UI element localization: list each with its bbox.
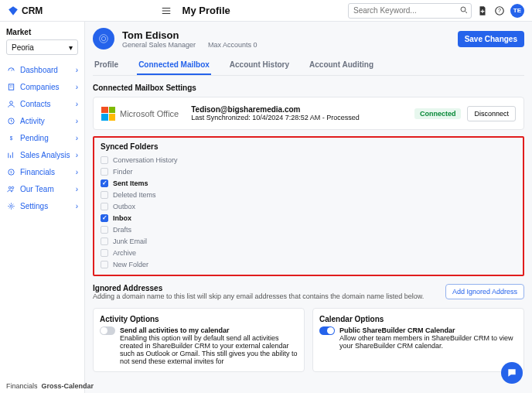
diamond-icon (8, 5, 19, 16)
folder-checkbox[interactable] (101, 203, 108, 210)
svg-point-13 (101, 36, 105, 40)
sidebar-item-contacts[interactable]: Contacts› (6, 95, 78, 112)
footer-breadcrumb: Financials Gross-Calendar (6, 382, 94, 390)
chevron-down-icon: ▾ (69, 43, 73, 52)
add-ignored-button[interactable]: Add Ignored Address (445, 284, 524, 299)
connected-badge: Connected (414, 108, 462, 119)
folder-label: Junk Email (113, 238, 147, 245)
calendar-toggle[interactable] (319, 326, 335, 335)
profile-role: General Sales Manager (122, 41, 196, 49)
sidebar-item-settings[interactable]: Settings› (6, 197, 78, 214)
svg-text:$: $ (9, 135, 12, 140)
folder-row: ✓Inbox (101, 212, 517, 224)
mailbox-sync-line: Last Synchronized: 10/4/2024 7:28:52 AM … (191, 114, 360, 121)
folder-checkbox[interactable] (101, 191, 108, 199)
sidebar-item-label: Our Team (20, 185, 54, 193)
search-input[interactable] (348, 3, 472, 19)
market-select[interactable]: Peoria ▾ (6, 39, 78, 55)
help-icon[interactable]: ? (493, 5, 506, 17)
profile-max-accounts: Max Accounts 0 (208, 41, 257, 49)
mailbox-section-title: Connected Mailbox Settings (93, 84, 524, 92)
svg-point-0 (461, 7, 466, 12)
brand-logo: CRM (8, 5, 43, 16)
chat-icon (506, 367, 517, 378)
search-icon[interactable] (459, 5, 469, 15)
ignored-title: Ignored Addresses (93, 284, 424, 292)
speedometer-icon (6, 66, 15, 74)
new-doc-icon[interactable] (476, 5, 489, 17)
chat-fab[interactable] (501, 362, 523, 384)
activity-toggle[interactable] (100, 326, 115, 335)
sidebar-item-dashboard[interactable]: Dashboard› (6, 61, 78, 78)
calendar-item-desc: Allow other team members in ShareBuilder… (339, 334, 513, 350)
chevron-right-icon: › (76, 134, 78, 142)
team-icon (6, 185, 15, 193)
folder-checkbox[interactable] (101, 249, 108, 257)
folder-row: Outbox (101, 200, 517, 212)
sidebar-item-pending[interactable]: $Pending› (6, 129, 78, 146)
provider-name: Microsoft Office (120, 109, 179, 118)
sidebar-item-label: Contacts (20, 100, 50, 108)
activity-item-desc: Enabling this option will by default sen… (120, 334, 297, 365)
folder-checkbox[interactable] (101, 168, 108, 176)
sidebar-item-sales-analysis[interactable]: Sales Analysis› (6, 146, 78, 163)
folder-label: Archive (113, 249, 136, 257)
folder-checkbox[interactable] (101, 226, 108, 234)
microsoft-icon (101, 107, 115, 121)
market-label: Market (6, 28, 78, 36)
folder-checkbox[interactable] (101, 156, 108, 164)
folder-checkbox[interactable]: ✓ (101, 214, 108, 222)
folder-checkbox[interactable] (101, 238, 108, 245)
folder-checkbox[interactable] (101, 261, 108, 268)
svg-text:$: $ (10, 169, 12, 173)
profile-avatar-icon (93, 28, 114, 50)
tab-account-history[interactable]: Account History (228, 56, 291, 75)
brand-text: CRM (22, 5, 43, 16)
calendar-item-title: Public ShareBuilder CRM Calendar (339, 326, 517, 334)
sidebar-item-financials[interactable]: $Financials› (6, 163, 78, 180)
folder-checkbox[interactable]: ✓ (101, 179, 108, 187)
activity-item-title: Send all activities to my calendar (120, 326, 298, 334)
chevron-right-icon: › (76, 117, 78, 125)
chevron-right-icon: › (76, 151, 78, 159)
building-icon (6, 83, 15, 91)
user-avatar[interactable]: TE (510, 4, 524, 18)
folder-row: Finder (101, 166, 517, 177)
tab-connected-mailbox[interactable]: Connected Mailbox (137, 56, 211, 75)
sidebar-item-our-team[interactable]: Our Team› (6, 180, 78, 197)
svg-point-9 (9, 186, 11, 189)
sidebar-item-label: Pending (20, 134, 49, 142)
sidebar-item-label: Activity (20, 117, 45, 125)
folder-label: Inbox (113, 214, 131, 222)
synced-folders-panel: Synced Folders Conversation HistoryFinde… (93, 136, 524, 276)
folder-row: ✓Sent Items (101, 177, 517, 189)
mailbox-email: Tedison@bigsharemedia.com (191, 105, 360, 114)
synced-folders-title: Synced Folders (101, 142, 517, 151)
dollar-icon: $ (6, 134, 15, 142)
chevron-right-icon: › (76, 66, 78, 74)
folder-label: Drafts (113, 226, 131, 234)
svg-rect-3 (9, 84, 13, 89)
calendar-options-card: Calendar Options Public ShareBuilder CRM… (312, 308, 524, 372)
folder-label: Finder (113, 168, 133, 176)
sidebar-item-label: Dashboard (20, 66, 58, 74)
mailbox-card: Microsoft Office Tedison@bigsharemedia.c… (93, 97, 524, 130)
user-icon (6, 100, 15, 108)
folder-label: Sent Items (113, 179, 148, 187)
tabs: ProfileConnected MailboxAccount HistoryA… (93, 56, 524, 76)
svg-point-11 (10, 205, 12, 207)
sidebar-item-label: Sales Analysis (20, 151, 70, 159)
sidebar-item-activity[interactable]: Activity› (6, 112, 78, 129)
folder-row: Drafts (101, 224, 517, 235)
sidebar-item-companies[interactable]: Companies› (6, 78, 78, 95)
tab-profile[interactable]: Profile (93, 56, 120, 75)
tab-account-auditing[interactable]: Account Auditing (308, 56, 375, 75)
save-changes-button[interactable]: Save Changes (458, 31, 524, 47)
menu-icon[interactable] (161, 5, 172, 16)
folder-row: Junk Email (101, 235, 517, 247)
sidebar-item-label: Financials (20, 168, 55, 176)
svg-text:?: ? (498, 8, 501, 13)
folder-label: Deleted Items (113, 191, 156, 199)
svg-point-4 (9, 101, 12, 104)
disconnect-button[interactable]: Disconnect (467, 106, 516, 121)
